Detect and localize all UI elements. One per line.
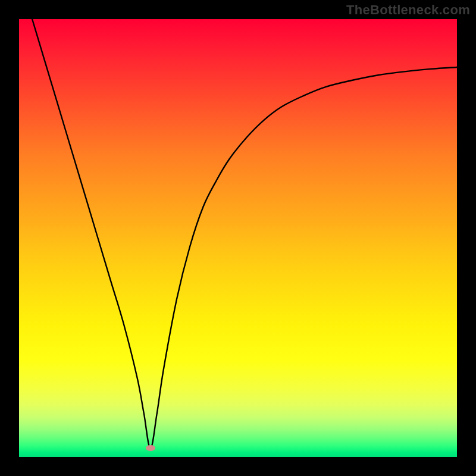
chart-frame: TheBottleneck.com — [0, 0, 476, 476]
vertex-dot — [146, 445, 155, 451]
plot-area — [19, 19, 457, 457]
bottleneck-curve — [32, 19, 457, 448]
curve-svg — [19, 19, 457, 457]
watermark-text: TheBottleneck.com — [346, 2, 470, 18]
